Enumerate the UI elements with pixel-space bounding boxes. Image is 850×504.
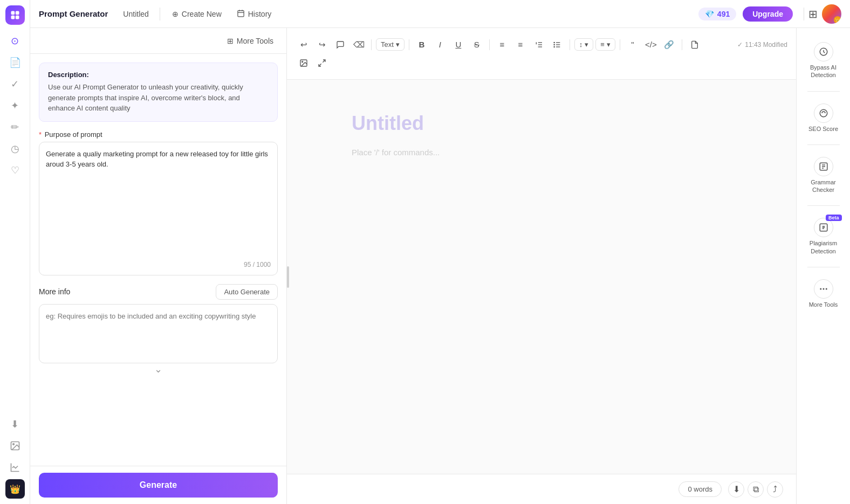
purpose-input[interactable]: Generate a qualiy marketing prompt for a… [46, 149, 271, 257]
more-tools-button[interactable]: ⊞ More Tools [223, 34, 278, 47]
nav-separator-2 [804, 8, 804, 20]
grammar-checker-tool[interactable]: Grammar Checker [802, 151, 845, 199]
avatar-badge: 👑 [834, 16, 841, 24]
toolbar-sep-2 [409, 39, 409, 50]
history-button[interactable]: History [229, 6, 279, 22]
auto-generate-button[interactable]: Auto Generate [216, 284, 278, 300]
app-title: Prompt Generator [39, 9, 108, 18]
create-new-button[interactable]: ⊕ Create New [164, 6, 229, 22]
svg-point-18 [554, 46, 554, 47]
sidebar-item-download[interactable]: ⬇ [5, 415, 25, 434]
text-format-label: Text [381, 40, 394, 49]
sidebar-item-check[interactable]: ✓ [5, 74, 25, 94]
bold-button[interactable]: B [414, 37, 430, 52]
bypass-detection-label: Bypass AI Detection [805, 64, 842, 79]
doc-title[interactable]: Untitled [352, 112, 731, 135]
user-avatar[interactable]: 👑 [822, 4, 841, 24]
undo-button[interactable]: ↩ [296, 37, 312, 52]
doc-name[interactable]: Untitled [116, 10, 155, 18]
left-panel: ⊞ More Tools Description: Use our AI Pro… [30, 28, 287, 504]
app-logo[interactable] [5, 5, 25, 25]
image-button[interactable] [296, 56, 312, 71]
sidebar-item-home[interactable]: ⊙ [5, 31, 25, 51]
modified-text: 11:43 Modified [745, 41, 787, 49]
export-button[interactable] [687, 37, 703, 52]
underline-button[interactable]: U [450, 37, 467, 52]
seo-score-label: SEO Score [808, 125, 838, 133]
sidebar: ⊙ 📄 ✓ ✦ ✏ ◷ ♡ ⬇ 👑 [0, 0, 30, 504]
description-box: Description: Use our AI Prompt Generator… [39, 63, 278, 122]
right-sep-1 [807, 91, 840, 92]
align-center-button[interactable]: ≡ [512, 37, 529, 52]
sidebar-item-history[interactable]: ◷ [5, 139, 25, 158]
grammar-checker-icon [814, 157, 833, 176]
points-badge: 💎 491 [698, 8, 736, 20]
svg-point-31 [823, 288, 824, 289]
bypass-detection-tool[interactable]: Bypass AI Detection [802, 37, 845, 85]
comment-button[interactable] [332, 37, 348, 52]
svg-rect-2 [11, 16, 15, 19]
toolbar-row-1: ↩ ↪ ⌫ Text ▾ B I U [296, 37, 787, 52]
download-button[interactable]: ⬇ [728, 481, 744, 498]
words-count-badge: 0 words [678, 481, 722, 497]
resize-handle[interactable] [287, 266, 289, 288]
svg-point-20 [302, 61, 303, 62]
unordered-list-button[interactable] [549, 37, 565, 52]
align-left-button[interactable]: ≡ [494, 37, 510, 52]
plagiarism-detection-tool[interactable]: Beta Plagiarism Detection [802, 212, 845, 260]
svg-point-32 [826, 288, 827, 289]
main-area: Prompt Generator Untitled ⊕ Create New H… [30, 0, 850, 504]
italic-button[interactable]: I [432, 37, 448, 52]
eraser-button[interactable]: ⌫ [351, 37, 367, 52]
generate-button[interactable]: Generate [39, 473, 278, 498]
code-button[interactable]: </> [643, 37, 659, 52]
sidebar-item-favorites[interactable]: ♡ [5, 161, 25, 180]
line-spacing-icon: ↕ [579, 40, 583, 49]
more-tools-right-button[interactable]: More Tools [802, 274, 845, 314]
redo-button[interactable]: ↪ [314, 37, 330, 52]
export-doc-button[interactable]: ⤴ [767, 481, 783, 498]
modified-status: ✓ 11:43 Modified [737, 41, 787, 49]
sidebar-item-documents[interactable]: 📄 [5, 53, 25, 72]
quote-button[interactable]: " [625, 37, 641, 52]
sidebar-item-star[interactable]: ✦ [5, 96, 25, 115]
line-spacing-dropdown[interactable]: ↕ ▾ [574, 38, 594, 51]
char-count: 95 / 1000 [46, 261, 271, 268]
right-sep-3 [807, 205, 840, 206]
purpose-label-text: Purpose of prompt [45, 130, 102, 139]
sidebar-item-analytics[interactable] [5, 458, 25, 477]
align-icon: ≡ [600, 40, 605, 49]
content-area: ⊞ More Tools Description: Use our AI Pro… [30, 28, 850, 504]
copy-button[interactable]: ⧉ [748, 481, 764, 498]
toolbar-sep-5 [620, 39, 620, 50]
toolbar-sep-6 [682, 39, 682, 50]
sidebar-item-images[interactable] [5, 436, 25, 455]
sidebar-item-write[interactable]: ✏ [5, 118, 25, 137]
editor-bottom-bar: 0 words ⬇ ⧉ ⤴ [287, 474, 796, 504]
doc-placeholder[interactable]: Place '/' for commands... [352, 148, 731, 157]
svg-line-21 [323, 60, 325, 63]
grid-icon[interactable]: ⊞ [808, 8, 818, 20]
seo-score-icon [814, 103, 833, 123]
gem-icon: 💎 [705, 10, 714, 18]
svg-point-30 [820, 288, 821, 289]
ordered-list-button[interactable] [531, 37, 547, 52]
purpose-label: * Purpose of prompt [39, 130, 278, 139]
more-tools-label: More Tools [237, 37, 273, 45]
history-icon [237, 9, 245, 19]
text-format-dropdown[interactable]: Text ▾ [376, 38, 405, 51]
seo-score-tool[interactable]: SEO Score [802, 98, 845, 138]
more-info-input[interactable] [46, 311, 271, 354]
strikethrough-button[interactable]: S [469, 37, 485, 52]
sidebar-crown-button[interactable]: 👑 [5, 479, 25, 499]
nav-separator [160, 8, 160, 20]
toolbar-sep-1 [371, 39, 372, 50]
upgrade-button[interactable]: Upgrade [743, 6, 793, 22]
svg-rect-1 [15, 11, 19, 15]
expand-button[interactable] [314, 56, 330, 71]
align-dropdown[interactable]: ≡ ▾ [595, 38, 615, 51]
description-text: Use our AI Prompt Generator to unleash y… [48, 82, 269, 114]
link-button[interactable]: 🔗 [661, 37, 677, 52]
editor-canvas[interactable]: Untitled Place '/' for commands... [287, 80, 796, 474]
dropdown-arrow-2: ▾ [585, 40, 588, 49]
